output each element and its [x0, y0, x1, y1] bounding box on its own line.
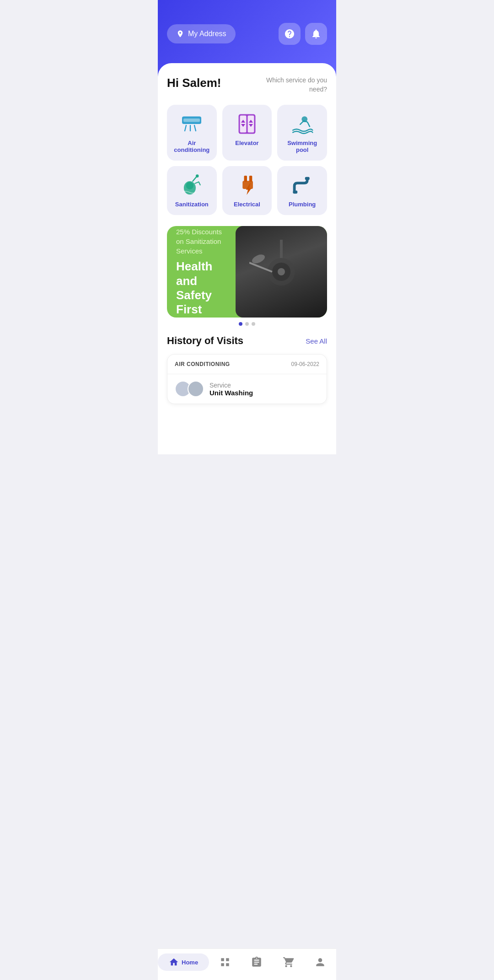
nav-services[interactable]: [209, 956, 241, 968]
support-icon: [284, 28, 295, 39]
dot-2[interactable]: [245, 322, 249, 326]
svg-rect-1: [183, 118, 200, 122]
history-date: 09-06-2022: [291, 361, 319, 367]
bottom-navigation: Home: [158, 948, 336, 980]
nav-cart[interactable]: [273, 956, 304, 968]
support-button[interactable]: [279, 23, 301, 45]
svg-rect-17: [249, 176, 252, 182]
promo-text: 25% Discounts on Sanitization Services H…: [167, 226, 236, 318]
bell-icon: [311, 28, 322, 39]
greeting-row: Hi Salem! Which service do you need?: [167, 76, 327, 94]
svg-line-4: [194, 125, 196, 131]
promo-banner[interactable]: 25% Discounts on Sanitization Services H…: [167, 226, 327, 318]
service-card-plumbing[interactable]: Plumbing: [277, 166, 327, 215]
nav-profile[interactable]: [305, 956, 336, 968]
home-icon: [169, 957, 179, 967]
avatar-2: [188, 381, 204, 397]
elevator-label: Elevator: [235, 140, 258, 146]
address-button[interactable]: My Address: [167, 24, 236, 43]
service-card-elevator[interactable]: Elevator: [222, 105, 272, 161]
dot-1[interactable]: [239, 322, 242, 326]
location-icon: [176, 30, 184, 38]
service-grid: Air conditioning Elevator: [167, 105, 327, 215]
svg-rect-20: [293, 191, 297, 194]
service-card-electrical[interactable]: Electrical: [222, 166, 272, 215]
history-info: Service Unit Washing: [209, 382, 319, 397]
svg-rect-16: [244, 176, 247, 182]
sanitization-label: Sanitization: [175, 201, 209, 208]
electrical-icon: [237, 175, 257, 195]
plumbing-label: Plumbing: [289, 201, 316, 208]
main-content: Hi Salem! Which service do you need? Air…: [158, 63, 336, 454]
nav-home[interactable]: Home: [158, 953, 209, 971]
greeting-subtitle: Which service do you need?: [254, 76, 327, 94]
svg-rect-19: [305, 177, 309, 180]
history-label: Service: [209, 382, 319, 389]
promo-title: Health and Safety First: [176, 259, 226, 317]
svg-point-15: [196, 175, 199, 178]
nav-orders[interactable]: [241, 956, 273, 968]
promo-discount: 25% Discounts on Sanitization Services: [176, 227, 226, 256]
greeting-name: Hi Salem!: [167, 76, 221, 90]
clipboard-icon: [251, 956, 263, 968]
elevator-icon: [238, 114, 256, 134]
history-card-header: AIR CONDITIONING 09-06-2022: [167, 355, 327, 374]
address-label: My Address: [188, 30, 226, 38]
pool-label: Swimming pool: [282, 140, 322, 153]
service-card-swimming-pool[interactable]: Swimming pool: [277, 105, 327, 161]
history-avatars: [175, 381, 204, 397]
grid-icon: [219, 956, 231, 968]
cart-icon: [283, 956, 295, 968]
ac-icon: [181, 114, 203, 134]
promo-image: [236, 226, 327, 318]
plumbing-icon: [291, 175, 313, 195]
svg-point-14: [186, 182, 193, 189]
header-action-icons: [279, 23, 327, 45]
pool-icon: [291, 114, 313, 134]
sanitize-icon: [182, 175, 202, 195]
see-all-button[interactable]: See All: [306, 337, 327, 345]
history-card-body: Service Unit Washing: [167, 374, 327, 404]
history-value: Unit Washing: [209, 389, 319, 397]
person-icon: [314, 956, 326, 968]
electrical-label: Electrical: [234, 201, 260, 208]
svg-point-23: [278, 268, 285, 275]
service-card-air-conditioning[interactable]: Air conditioning: [167, 105, 217, 161]
carousel-dots: [167, 322, 327, 326]
notification-button[interactable]: [305, 23, 327, 45]
nav-home-pill: Home: [158, 953, 209, 971]
dot-3[interactable]: [252, 322, 255, 326]
history-service-type: AIR CONDITIONING: [175, 361, 230, 367]
ac-label: Air conditioning: [172, 140, 212, 153]
nav-home-label: Home: [182, 959, 198, 966]
service-card-sanitization[interactable]: Sanitization: [167, 166, 217, 215]
history-card[interactable]: AIR CONDITIONING 09-06-2022 Service Unit…: [167, 354, 327, 404]
svg-line-2: [185, 125, 186, 131]
history-section-header: History of Visits See All: [167, 335, 327, 347]
history-title: History of Visits: [167, 335, 243, 347]
